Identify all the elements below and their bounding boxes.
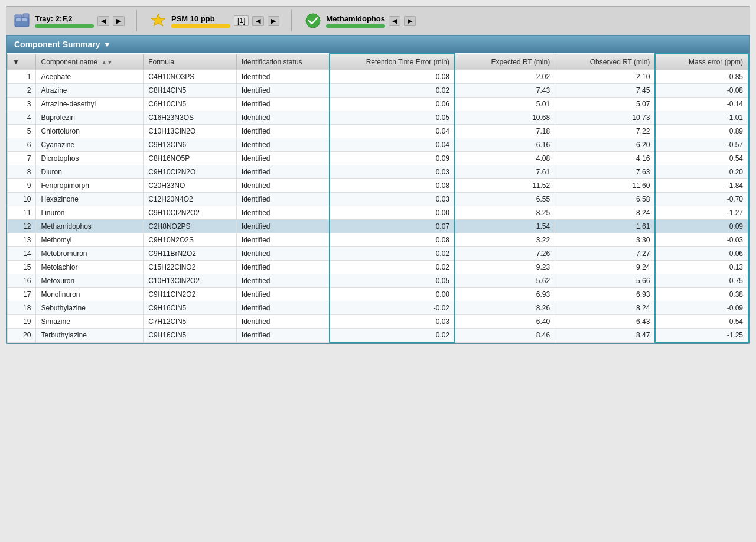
table-row[interactable]: 12 Methamidophos C2H8NO2PS Identified 0.… [8,220,749,233]
table-body: 1 Acephate C4H10NO3PS Identified 0.08 2.… [8,70,749,343]
compound-next-btn[interactable]: ▶ [404,16,416,26]
col-header-obs-rt[interactable]: Observed RT (min) [555,54,656,70]
table-row[interactable]: 6 Cyanazine C9H13ClN6 Identified 0.04 6.… [8,138,749,152]
svg-rect-2 [22,18,27,21]
cell-obs-rt: 8.47 [555,329,656,343]
section-dropdown-icon[interactable]: ▼ [103,40,111,49]
tray-next-btn[interactable]: ▶ [113,16,125,26]
cell-rt-error: 0.08 [330,233,455,247]
table-row[interactable]: 14 Metobromuron C9H11BrN2O2 Identified 0… [8,247,749,261]
cell-name: Hexazinone [36,193,144,206]
cell-mass-error: -1.84 [655,179,748,193]
cell-rt-error: 0.04 [330,125,455,138]
sort-triangle-icon: ▼ [12,58,19,66]
cell-index: 4 [8,111,36,125]
cell-formula: C9H10Cl2N2O [144,165,237,179]
cell-index: 14 [8,247,36,261]
cell-formula: C9H11ClN2O2 [144,288,237,301]
psm-icon [149,11,168,30]
cell-name: Methamidophos [36,220,144,233]
cell-id-status: Identified [236,152,330,165]
cell-rt-error: 0.03 [330,315,455,329]
table-row[interactable]: 10 Hexazinone C12H20N4O2 Identified 0.03… [8,193,749,206]
toolbar: Tray: 2:F,2 ◀ ▶ PSM 10 ppb [1] ◀ ▶ [6,6,750,35]
cell-obs-rt: 10.73 [555,111,656,125]
cell-name: Dicrotophos [36,152,144,165]
cell-name: Cyanazine [36,138,144,152]
cell-id-status: Identified [236,111,330,125]
cell-rt-error: 0.09 [330,152,455,165]
col-header-rt-error[interactable]: Retention Time Error (min) [330,54,455,70]
cell-id-status: Identified [236,84,330,98]
svg-point-6 [306,14,320,28]
col-header-formula[interactable]: Formula [144,54,237,70]
cell-index: 20 [8,329,36,343]
cell-id-status: Identified [236,274,330,288]
cell-obs-rt: 9.24 [555,261,656,274]
section-title: Component Summary [14,40,100,49]
table-row[interactable]: 17 Monolinuron C9H11ClN2O2 Identified 0.… [8,288,749,301]
cell-name: Chlortoluron [36,125,144,138]
cell-mass-error: 0.54 [655,152,748,165]
table-row[interactable]: 2 Atrazine C8H14ClN5 Identified 0.02 7.4… [8,84,749,98]
col-header-id-status[interactable]: Identification status [236,54,330,70]
cell-obs-rt: 7.27 [555,247,656,261]
table-row[interactable]: 4 Buprofezin C16H23N3OS Identified 0.05 … [8,111,749,125]
cell-formula: C9H11BrN2O2 [144,247,237,261]
cell-formula: C2H8NO2PS [144,220,237,233]
tray-prev-btn[interactable]: ◀ [97,16,109,26]
cell-exp-rt: 7.61 [455,165,555,179]
cell-rt-error: 0.02 [330,329,455,343]
col-header-name[interactable]: Component name ▲▼ [36,54,144,70]
col-header-index[interactable]: ▼ [8,54,36,70]
table-row[interactable]: 15 Metolachlor C15H22ClNO2 Identified 0.… [8,261,749,274]
cell-mass-error: -1.27 [655,206,748,220]
table-row[interactable]: 20 Terbuthylazine C9H16ClN5 Identified 0… [8,329,749,343]
main-container: Component Summary ▼ ▼ Component name ▲▼ … [6,35,750,344]
psm-section: PSM 10 ppb [1] ◀ ▶ [149,11,279,30]
table-row[interactable]: 1 Acephate C4H10NO3PS Identified 0.08 2.… [8,70,749,84]
cell-name: Sebuthylazine [36,301,144,315]
cell-index: 18 [8,301,36,315]
cell-obs-rt: 6.20 [555,138,656,152]
cell-exp-rt: 10.68 [455,111,555,125]
cell-obs-rt: 4.16 [555,152,656,165]
table-row[interactable]: 18 Sebuthylazine C9H16ClN5 Identified -0… [8,301,749,315]
cell-mass-error: 0.54 [655,315,748,329]
toolbar-divider-1 [136,10,137,31]
cell-rt-error: 0.00 [330,288,455,301]
cell-mass-error: 0.89 [655,125,748,138]
table-row[interactable]: 13 Methomyl C9H10N2O2S Identified 0.08 3… [8,233,749,247]
cell-mass-error: -0.70 [655,193,748,206]
table-row[interactable]: 9 Fenpropimorph C20H33NO Identified 0.08… [8,179,749,193]
svg-marker-5 [151,14,165,26]
cell-id-status: Identified [236,165,330,179]
table-row[interactable]: 11 Linuron C9H10Cl2N2O2 Identified 0.00 … [8,206,749,220]
tray-icon [12,11,31,30]
table-row[interactable]: 8 Diuron C9H10Cl2N2O Identified 0.03 7.6… [8,165,749,179]
table-row[interactable]: 7 Dicrotophos C8H16NO5P Identified 0.09 … [8,152,749,165]
cell-obs-rt: 3.30 [555,233,656,247]
compound-prev-btn[interactable]: ◀ [389,16,400,26]
table-row[interactable]: 3 Atrazine-desethyl C6H10ClN5 Identified… [8,98,749,111]
col-header-exp-rt[interactable]: Expected RT (min) [455,54,555,70]
sort-icon-name: ▲▼ [101,59,113,66]
cell-obs-rt: 5.66 [555,274,656,288]
psm-next-btn[interactable]: ▶ [268,16,279,26]
cell-index: 10 [8,193,36,206]
cell-index: 1 [8,70,36,84]
cell-obs-rt: 7.45 [555,84,656,98]
cell-index: 15 [8,261,36,274]
section-header: Component Summary ▼ [7,36,749,53]
cell-name: Methomyl [36,233,144,247]
psm-prev-btn[interactable]: ◀ [252,16,264,26]
cell-mass-error: 0.06 [655,247,748,261]
table-row[interactable]: 5 Chlortoluron C10H13ClN2O Identified 0.… [8,125,749,138]
psm-progress [171,24,230,28]
cell-rt-error: 0.05 [330,274,455,288]
compound-icon [304,11,322,30]
toolbar-divider-2 [291,10,292,31]
table-row[interactable]: 16 Metoxuron C10H13ClN2O2 Identified 0.0… [8,274,749,288]
col-header-mass-error[interactable]: Mass error (ppm) [655,54,748,70]
table-row[interactable]: 19 Simazine C7H12ClN5 Identified 0.03 6.… [8,315,749,329]
